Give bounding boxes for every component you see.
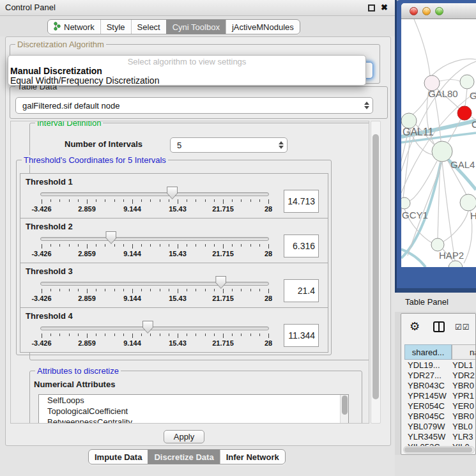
table-row[interactable]: YPR145WYPR1 [404, 391, 476, 401]
tick-mark [59, 199, 60, 202]
cell-name: YBR0 [452, 381, 476, 391]
column-header-name[interactable]: na [452, 344, 476, 360]
tick-mark [160, 334, 160, 336]
tick-mark [132, 289, 133, 293]
network-node-gal4[interactable] [432, 141, 452, 162]
bottom-tab-impute-data[interactable]: Impute Data [89, 450, 148, 464]
network-node-gcy1[interactable] [401, 197, 410, 209]
minimize-window-icon[interactable] [422, 7, 431, 15]
number-of-intervals-combobox[interactable]: 5 [170, 137, 288, 153]
threshold-value-field[interactable]: 21.4 [284, 279, 319, 302]
tick-mark [187, 244, 187, 247]
apply-button[interactable]: Apply [164, 430, 204, 443]
attribute-item-selfloops[interactable]: SelfLoops [39, 395, 348, 406]
node-label-gal11[interactable]: GAL11 [403, 127, 434, 137]
network-node-node-right[interactable] [460, 194, 476, 211]
network-window-titlebar[interactable] [401, 3, 476, 19]
table-row[interactable]: YBR045CYBR0 [404, 411, 476, 422]
network-canvas[interactable]: GAL80G.CGAL11GAL4GCY1HHAP2 [401, 19, 476, 267]
slider-track[interactable] [40, 192, 269, 196]
tick-mark [42, 334, 42, 338]
settings-scrollbar[interactable] [371, 121, 381, 424]
tick-mark [42, 199, 42, 204]
tick-label: 28 [265, 250, 272, 257]
tab-cyni-toolbox[interactable]: Cyni Toolbox [166, 20, 226, 34]
node-label-gal80[interactable]: GAL80 [428, 88, 458, 99]
slider-handle[interactable] [167, 187, 178, 199]
cell-name: YBL0 [452, 422, 476, 432]
tick-label: 21.715 [212, 205, 234, 213]
threshold-label: Threshold 1 [26, 177, 73, 187]
network-node-hap2[interactable] [431, 238, 444, 251]
gear-icon[interactable]: ⚙ [410, 321, 420, 332]
tab-network[interactable]: Network [48, 20, 100, 34]
tick-mark [232, 199, 233, 202]
node-label-hap2[interactable]: HAP2 [439, 250, 464, 261]
tick-label: 15.43 [169, 295, 187, 302]
table-row[interactable]: YBL079WYBL0 [404, 422, 476, 432]
network-node-node-bottom[interactable] [449, 261, 463, 267]
thresholds-coordinates-group: Threshold's Coordinates for 5 Intervals … [16, 160, 332, 355]
close-window-icon[interactable] [410, 7, 418, 15]
tick-label: 2.859 [78, 250, 96, 257]
node-label-node-top-right[interactable]: G. [470, 90, 476, 101]
dropdown-option-equal-width-frequency[interactable]: Equal Width/Frequency Discretization [8, 76, 365, 86]
table-data-combobox[interactable]: galFiltered.sif default node [15, 97, 373, 114]
tab-jactivemnodules[interactable]: jActiveMNodules [226, 20, 300, 34]
table-horizontal-scrollbar[interactable] [403, 446, 475, 454]
node-label-node-right[interactable]: H [470, 210, 476, 221]
scrollbar-thumb[interactable] [372, 134, 379, 399]
tick-mark [78, 244, 79, 247]
table-row[interactable]: YLR345WYLR3 [404, 432, 476, 442]
table-panel-title: Table Panel [405, 297, 449, 307]
network-node-node-top-right[interactable] [460, 75, 474, 89]
slider-track[interactable] [40, 237, 269, 241]
tick-mark [178, 199, 178, 204]
attribute-item-topologicalcoefficient[interactable]: TopologicalCoefficient [39, 406, 348, 417]
tick-mark [141, 199, 142, 202]
tab-select[interactable]: Select [131, 20, 166, 34]
list-scrollbar[interactable] [340, 395, 348, 424]
node-label-selected-node[interactable]: C [472, 119, 476, 130]
node-table: ⚙ ☑☑ shared... na YDL19...YDL1YDR27...YD… [401, 313, 476, 455]
network-tab-icon [54, 22, 61, 33]
tick-label: 15.43 [169, 250, 187, 257]
column-checkboxes-icon[interactable]: ☑☑ [455, 323, 470, 332]
slider-handle[interactable] [215, 276, 226, 289]
slider-handle[interactable] [142, 321, 153, 334]
node-label-gal4[interactable]: GAL4 [450, 159, 475, 170]
slider-track[interactable] [40, 326, 269, 330]
threshold-row-4: Threshold 4-3.4262.8599.14415.4321.71528… [20, 307, 328, 353]
slider-handle[interactable] [105, 231, 116, 244]
attribute-item-betweennesscentrality[interactable]: BetweennessCentrality [39, 417, 348, 424]
network-node-selected-node[interactable] [457, 106, 472, 120]
threshold-value-field[interactable]: 14.713 [284, 190, 319, 213]
slider-track[interactable] [40, 282, 269, 286]
dropdown-option-manual-discretization[interactable]: Manual Discretization [8, 66, 365, 76]
tick-mark [268, 199, 269, 204]
table-row[interactable]: YER054CYER0 [404, 401, 476, 411]
cell-shared-name: YBL079W [404, 422, 452, 432]
zoom-window-icon[interactable] [435, 7, 443, 15]
table-row[interactable]: YDR27...YDR2 [404, 371, 476, 381]
split-view-icon[interactable] [433, 321, 445, 332]
float-window-icon[interactable] [368, 4, 375, 12]
tick-mark [241, 334, 242, 336]
bottom-tab-infer-network[interactable]: Infer Network [220, 450, 285, 464]
cell-name: YDL1 [452, 360, 476, 371]
tab-style[interactable]: Style [100, 20, 131, 34]
tick-label: 2.859 [78, 295, 96, 302]
close-panel-icon[interactable]: ✖ [381, 3, 388, 12]
node-label-gcy1[interactable]: GCY1 [402, 210, 428, 220]
table-row[interactable]: YBR043CYBR0 [404, 381, 476, 391]
numerical-attributes-list[interactable]: SelfLoopsTopologicalCoefficientBetweenne… [38, 394, 349, 424]
threshold-value-field[interactable]: 11.344 [284, 324, 319, 347]
column-header-shared-name[interactable]: shared... [404, 344, 452, 360]
threshold-row-2: Threshold 2-3.4262.8599.14415.4321.71528… [20, 218, 328, 263]
table-row[interactable]: YDL19...YDL1 [404, 360, 476, 371]
threshold-value-field[interactable]: 6.316 [284, 234, 319, 257]
tab-label: jActiveMNodules [232, 22, 294, 32]
bottom-tab-discretize-data[interactable]: Discretize Data [148, 450, 219, 464]
scrollbar-thumb[interactable] [404, 447, 472, 452]
tick-mark [169, 334, 169, 336]
